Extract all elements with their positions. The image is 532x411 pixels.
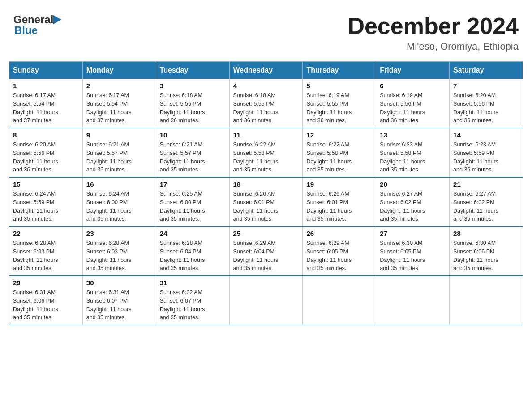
day-cell: 25Sunrise: 6:29 AMSunset: 6:04 PMDayligh…: [229, 227, 303, 276]
day-info: Sunrise: 6:17 AMSunset: 5:54 PMDaylight:…: [86, 91, 152, 125]
day-number: 16: [86, 180, 152, 188]
day-number: 24: [160, 230, 226, 237]
day-info: Sunrise: 6:30 AMSunset: 6:05 PMDaylight:…: [380, 239, 446, 273]
day-info: Sunrise: 6:28 AMSunset: 6:04 PMDaylight:…: [160, 239, 226, 273]
day-cell: 19Sunrise: 6:26 AMSunset: 6:01 PMDayligh…: [303, 177, 376, 227]
day-info: Sunrise: 6:24 AMSunset: 5:59 PMDaylight:…: [13, 190, 79, 223]
day-info: Sunrise: 6:31 AMSunset: 6:06 PMDaylight:…: [13, 288, 79, 322]
day-cell: 12Sunrise: 6:22 AMSunset: 5:58 PMDayligh…: [303, 128, 376, 177]
day-cell: 10Sunrise: 6:21 AMSunset: 5:57 PMDayligh…: [156, 128, 229, 177]
week-row-1: 1Sunrise: 6:17 AMSunset: 5:54 PMDaylight…: [9, 79, 523, 128]
day-cell: 22Sunrise: 6:28 AMSunset: 6:03 PMDayligh…: [9, 227, 83, 276]
day-number: 19: [306, 180, 372, 188]
day-info: Sunrise: 6:29 AMSunset: 6:04 PMDaylight:…: [233, 239, 299, 273]
day-cell: 5Sunrise: 6:19 AMSunset: 5:55 PMDaylight…: [303, 79, 376, 128]
day-number: 20: [380, 180, 446, 188]
calendar-table: Sunday Monday Tuesday Wednesday Thursday…: [9, 61, 523, 325]
day-number: 26: [306, 230, 372, 237]
logo-blue-text: Blue: [14, 24, 38, 37]
day-cell: 24Sunrise: 6:28 AMSunset: 6:04 PMDayligh…: [156, 227, 229, 276]
day-cell: 1Sunrise: 6:17 AMSunset: 5:54 PMDaylight…: [9, 79, 83, 128]
day-number: 13: [380, 131, 446, 139]
day-info: Sunrise: 6:29 AMSunset: 6:05 PMDaylight:…: [306, 239, 372, 273]
day-number: 30: [86, 279, 152, 287]
day-info: Sunrise: 6:22 AMSunset: 5:58 PMDaylight:…: [233, 141, 299, 174]
day-cell: 29Sunrise: 6:31 AMSunset: 6:06 PMDayligh…: [9, 276, 83, 325]
calendar-title: December 2024: [348, 13, 519, 39]
day-info: Sunrise: 6:31 AMSunset: 6:07 PMDaylight:…: [86, 288, 152, 322]
day-cell: 13Sunrise: 6:23 AMSunset: 5:58 PMDayligh…: [376, 128, 450, 177]
day-number: 6: [380, 82, 446, 90]
day-info: Sunrise: 6:30 AMSunset: 6:06 PMDaylight:…: [453, 239, 519, 273]
day-info: Sunrise: 6:27 AMSunset: 6:02 PMDaylight:…: [380, 190, 446, 223]
title-section: December 2024 Mi'eso, Oromiya, Ethiopia: [348, 13, 519, 52]
col-header-tuesday: Tuesday: [156, 62, 229, 79]
day-info: Sunrise: 6:32 AMSunset: 6:07 PMDaylight:…: [160, 288, 226, 322]
day-cell: 18Sunrise: 6:26 AMSunset: 6:01 PMDayligh…: [229, 177, 303, 227]
calendar-header-row: Sunday Monday Tuesday Wednesday Thursday…: [9, 62, 523, 79]
day-cell: 16Sunrise: 6:24 AMSunset: 6:00 PMDayligh…: [82, 177, 156, 227]
day-number: 22: [13, 230, 79, 237]
day-info: Sunrise: 6:28 AMSunset: 6:03 PMDaylight:…: [86, 239, 152, 273]
day-info: Sunrise: 6:24 AMSunset: 6:00 PMDaylight:…: [86, 190, 152, 223]
day-number: 12: [306, 131, 372, 139]
col-header-saturday: Saturday: [450, 62, 523, 79]
day-cell: 31Sunrise: 6:32 AMSunset: 6:07 PMDayligh…: [156, 276, 229, 325]
day-info: Sunrise: 6:21 AMSunset: 5:57 PMDaylight:…: [86, 141, 152, 174]
day-info: Sunrise: 6:19 AMSunset: 5:56 PMDaylight:…: [380, 91, 446, 125]
day-cell: [376, 276, 450, 325]
day-cell: 7Sunrise: 6:20 AMSunset: 5:56 PMDaylight…: [450, 79, 523, 128]
day-number: 8: [13, 131, 79, 139]
day-number: 4: [233, 82, 299, 90]
day-number: 2: [86, 82, 152, 90]
day-number: 3: [160, 82, 226, 90]
day-number: 9: [86, 131, 152, 139]
day-number: 29: [13, 279, 79, 287]
day-info: Sunrise: 6:28 AMSunset: 6:03 PMDaylight:…: [13, 239, 79, 273]
day-cell: 23Sunrise: 6:28 AMSunset: 6:03 PMDayligh…: [82, 227, 156, 276]
day-cell: 30Sunrise: 6:31 AMSunset: 6:07 PMDayligh…: [82, 276, 156, 325]
day-number: 7: [453, 82, 519, 90]
day-info: Sunrise: 6:21 AMSunset: 5:57 PMDaylight:…: [160, 141, 226, 174]
day-cell: 9Sunrise: 6:21 AMSunset: 5:57 PMDaylight…: [82, 128, 156, 177]
day-info: Sunrise: 6:20 AMSunset: 5:56 PMDaylight:…: [13, 141, 79, 174]
col-header-monday: Monday: [82, 62, 156, 79]
day-cell: [229, 276, 303, 325]
week-row-2: 8Sunrise: 6:20 AMSunset: 5:56 PMDaylight…: [9, 128, 523, 177]
day-info: Sunrise: 6:20 AMSunset: 5:56 PMDaylight:…: [453, 91, 519, 125]
day-cell: 28Sunrise: 6:30 AMSunset: 6:06 PMDayligh…: [450, 227, 523, 276]
day-number: 21: [453, 180, 519, 188]
day-number: 25: [233, 230, 299, 237]
col-header-thursday: Thursday: [303, 62, 376, 79]
day-cell: 8Sunrise: 6:20 AMSunset: 5:56 PMDaylight…: [9, 128, 83, 177]
day-info: Sunrise: 6:26 AMSunset: 6:01 PMDaylight:…: [306, 190, 372, 223]
day-cell: 17Sunrise: 6:25 AMSunset: 6:00 PMDayligh…: [156, 177, 229, 227]
svg-marker-0: [53, 15, 61, 24]
day-cell: 27Sunrise: 6:30 AMSunset: 6:05 PMDayligh…: [376, 227, 450, 276]
day-cell: [450, 276, 523, 325]
week-row-5: 29Sunrise: 6:31 AMSunset: 6:06 PMDayligh…: [9, 276, 523, 325]
day-info: Sunrise: 6:25 AMSunset: 6:00 PMDaylight:…: [160, 190, 226, 223]
week-row-3: 15Sunrise: 6:24 AMSunset: 5:59 PMDayligh…: [9, 177, 523, 227]
day-number: 10: [160, 131, 226, 139]
day-cell: 6Sunrise: 6:19 AMSunset: 5:56 PMDaylight…: [376, 79, 450, 128]
day-info: Sunrise: 6:17 AMSunset: 5:54 PMDaylight:…: [13, 91, 79, 125]
day-number: 28: [453, 230, 519, 237]
calendar-subtitle: Mi'eso, Oromiya, Ethiopia: [348, 41, 519, 52]
col-header-wednesday: Wednesday: [229, 62, 303, 79]
day-number: 27: [380, 230, 446, 237]
page-header: General Blue December 2024 Mi'eso, Oromi…: [9, 9, 523, 52]
day-cell: 26Sunrise: 6:29 AMSunset: 6:05 PMDayligh…: [303, 227, 376, 276]
col-header-sunday: Sunday: [9, 62, 83, 79]
logo: General Blue: [13, 13, 62, 37]
day-cell: 11Sunrise: 6:22 AMSunset: 5:58 PMDayligh…: [229, 128, 303, 177]
day-cell: 20Sunrise: 6:27 AMSunset: 6:02 PMDayligh…: [376, 177, 450, 227]
day-info: Sunrise: 6:23 AMSunset: 5:58 PMDaylight:…: [380, 141, 446, 174]
day-info: Sunrise: 6:26 AMSunset: 6:01 PMDaylight:…: [233, 190, 299, 223]
day-cell: 4Sunrise: 6:18 AMSunset: 5:55 PMDaylight…: [229, 79, 303, 128]
day-info: Sunrise: 6:18 AMSunset: 5:55 PMDaylight:…: [233, 91, 299, 125]
day-info: Sunrise: 6:27 AMSunset: 6:02 PMDaylight:…: [453, 190, 519, 223]
day-number: 15: [13, 180, 79, 188]
day-cell: 2Sunrise: 6:17 AMSunset: 5:54 PMDaylight…: [82, 79, 156, 128]
day-info: Sunrise: 6:22 AMSunset: 5:58 PMDaylight:…: [306, 141, 372, 174]
